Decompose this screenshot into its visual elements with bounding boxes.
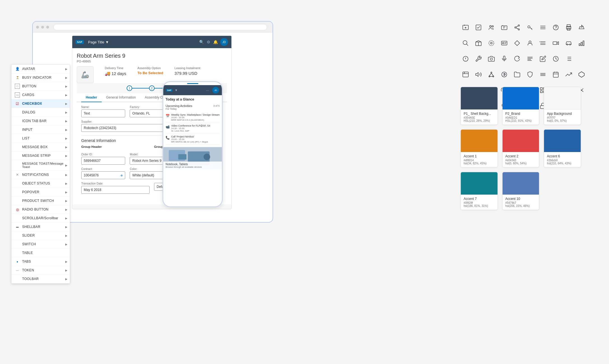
arrow-icon-22: ▶ (65, 260, 68, 263)
color-name-accent10: Accent 10 (505, 197, 536, 201)
mobile-product-sub: Browse through all available devices (166, 166, 220, 168)
svg-line-19 (516, 28, 518, 29)
search-icon[interactable]: 🔍 (199, 40, 204, 44)
popover-icon (15, 190, 20, 195)
color-name-appbg: App Background (547, 112, 578, 116)
sidebar-item-messagetoast[interactable]: MESSAGE TOAST/Message Toast ▶ (11, 160, 70, 171)
icon-key (525, 22, 535, 32)
orderid-input[interactable]: 589946637 (81, 157, 125, 165)
svg-point-31 (463, 41, 467, 45)
arrow-icon-18: ▶ (65, 217, 68, 220)
scrollbar-icon (15, 216, 20, 221)
svg-line-80 (491, 73, 493, 76)
switch-icon (15, 242, 20, 247)
sidebar-item-cards[interactable]: ▭ CARDS ▶ (11, 91, 70, 99)
sidebar-item-list[interactable]: LIST ▶ (11, 134, 70, 143)
color-card-accent1[interactable]: Accent 1 #df8014 hsl(34, 82%, 45%) (461, 129, 498, 167)
svg-rect-87 (553, 72, 558, 77)
mobile-menu-icon[interactable]: ··· (206, 88, 209, 92)
transaction-input[interactable]: May 6 2018 (81, 186, 150, 194)
svg-rect-5 (178, 154, 186, 159)
icons-grid-row1 (461, 22, 581, 32)
sidebar-item-radiobutton[interactable]: ◎ RADIO BUTTON ▶ (11, 205, 70, 214)
arrow-icon-4: ▶ (65, 94, 68, 97)
color-info-accent2: Accent 2 #e04343 hsl(0, 60%, 54%) (503, 152, 539, 167)
sidebar-item-switch[interactable]: SWITCH ▶ (11, 240, 70, 249)
mobile-avatar: JD (212, 87, 219, 94)
color-card-appbg[interactable]: App Background #f7f7f7 hsl(0, 0%, 97%) (544, 87, 581, 125)
tab-header[interactable]: Header (81, 93, 102, 102)
icon-align2 (538, 69, 548, 80)
sidebar-label-tabs: TABS (22, 260, 66, 263)
icon-camera (486, 54, 496, 64)
icon-align (525, 54, 535, 64)
token-icon: — (15, 268, 20, 273)
icon-calendar (551, 69, 561, 80)
contract-input[interactable]: 10045876 ⊕ (81, 171, 125, 179)
sidebar-label-table: TABLE (22, 251, 66, 255)
sidebar-item-slider[interactable]: SLIDER ▶ (11, 231, 70, 240)
sidebar-item-icontabbar[interactable]: ICON TAB BAR ▶ (11, 117, 70, 125)
sidebar-label-radiobutton: RADIO BUTTON (22, 207, 66, 211)
sidebar-item-checkbox[interactable]: ☑ CHECKBOX ▶ (11, 99, 70, 108)
sidebar-item-scrollbar[interactable]: SCROLLBAR/Scrollbar ▶ (11, 214, 70, 223)
color-palette: P1_ Shell Backg... #354A5E HSL(210, 28%,… (461, 87, 581, 210)
arrow-icon-14: ▶ (65, 182, 68, 185)
toolbar-icon (15, 276, 20, 281)
color-card-accent2[interactable]: Accent 2 #e04343 hsl(0, 60%, 54%) (502, 129, 540, 167)
mobile-sap-header: SAP ▼ ··· JD (163, 85, 222, 95)
delivery-group: Delivery Time 🚚 12 days (105, 66, 126, 76)
sidebar-label-button: BUTTON (22, 84, 66, 88)
sidebar-item-shellbar[interactable]: ▬ SHELLBAR ▶ (11, 223, 70, 231)
sidebar-item-dialog[interactable]: DIALOG ▶ (11, 108, 70, 117)
act-loc-2: St. Leon Rot, SAP (171, 130, 210, 132)
color-name-accent7: Accent 7 (464, 197, 495, 201)
color-card-accent10[interactable]: Accent 10 #5479b7 hsl(206, 15%, 46%) (502, 172, 540, 210)
notification-icon[interactable]: 🔔 (213, 40, 218, 44)
sidebar-item-tabs[interactable]: ● TABS ▶ (11, 257, 70, 266)
sidebar-item-button[interactable]: □ BUTTON ▶ (11, 82, 70, 91)
sidebar-item-popover[interactable]: POPOVER ▶ (11, 188, 70, 197)
color-hex-accent1: #df8014 (464, 159, 495, 162)
sap-icons: 🔍 ⚙ 🔔 (199, 40, 218, 44)
sidebar-item-busy[interactable]: ⏳ BUSY INDICATOR ▶ (11, 73, 70, 82)
icon-wrench (473, 54, 484, 64)
sidebar-item-input[interactable]: INPUT ▶ (11, 125, 70, 134)
icon-placeholder5 (577, 69, 587, 80)
sidebar-item-table[interactable]: TABLE (11, 249, 70, 257)
name-field-group: Name: Text (81, 106, 125, 117)
sidebar-item-productswitch[interactable]: PRODUCT SWITCH ▶ (11, 197, 70, 205)
sidebar-item-avatar[interactable]: 👤 AVATAR ▶ (11, 65, 70, 73)
name-input[interactable]: Text (81, 109, 125, 117)
user-avatar[interactable]: JD (220, 38, 228, 46)
color-card-accent6[interactable]: Accent 6 #2b6cb0 hsl(210, 64%, 43%) (544, 129, 581, 167)
sidebar-item-token[interactable]: — TOKEN ▶ (11, 266, 70, 275)
color-name-p1: P1_ Shell Backg... (464, 112, 495, 116)
leasing-group: Leasing Instalment 379.99 USD (175, 66, 200, 76)
sidebar-item-objectstatus[interactable]: OBJECT STATUS ▶ (11, 179, 70, 188)
contract-field-group: Contract: 10045876 ⊕ (81, 167, 125, 179)
settings-icon[interactable]: ⚙ (207, 40, 210, 44)
sidebar-item-notifications[interactable]: ✕ NOTIFICATIONS ▶ (11, 171, 70, 179)
icon-video (551, 38, 561, 48)
sidebar-item-messagebox[interactable]: MESSAGE BOX ▶ (11, 143, 70, 151)
icon-trend (564, 69, 574, 80)
mobile-nav-icon: ▼ (175, 88, 178, 92)
tab-general[interactable]: General Information (102, 93, 140, 102)
color-hex-accent7: #0f828f (464, 201, 495, 204)
sidebar-item-messagestrip[interactable]: MESSAGE STRIP ▶ (11, 151, 70, 160)
color-card-accent7[interactable]: Accent 7 #0f828f hsl(186, 81%, 31%) (461, 172, 498, 210)
browser-addressbar[interactable] (54, 24, 267, 30)
color-hsl-accent10: hsl(206, 15%, 46%) (505, 204, 536, 207)
sap-page-title[interactable]: Page Title ▼ (86, 40, 197, 44)
sap-header: SAP Page Title ▼ 🔍 ⚙ 🔔 JD (72, 36, 231, 48)
color-card-p2[interactable]: P2_Brand #0A6ED1 HSL(210, 91%, 43%) (502, 87, 540, 125)
color-card-p1[interactable]: P1_ Shell Backg... #354A5E HSL(210, 28%,… (461, 87, 498, 125)
browser-dot-2 (41, 26, 44, 29)
mobile-section-title: Upcoming Activities (166, 104, 192, 108)
product-image: 🦾 (77, 66, 94, 83)
sidebar-item-toolbar[interactable]: TOOLBAR ▶ (11, 275, 70, 283)
transaction-field-group: Transaction Date: May 6 2018 (81, 182, 150, 194)
arrow-icon-15: ▶ (65, 191, 68, 194)
name-label: Name: (81, 106, 125, 109)
